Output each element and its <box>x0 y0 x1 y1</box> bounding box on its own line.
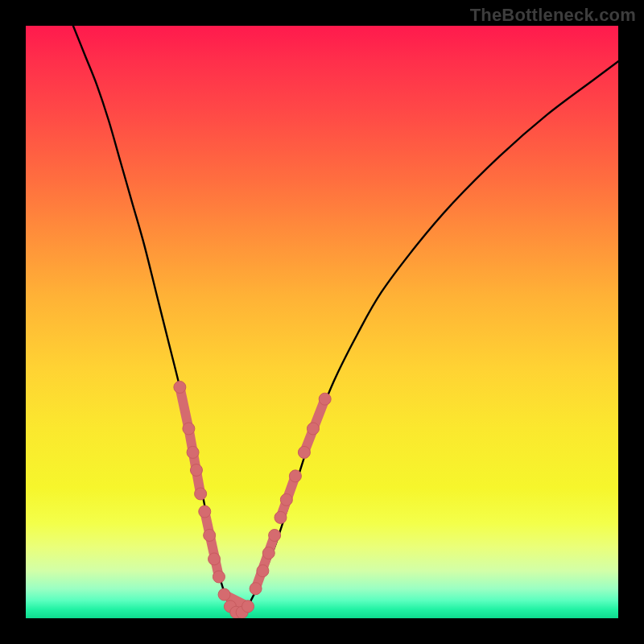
marker-right-cluster-a <box>250 583 262 595</box>
marker-connector <box>188 428 200 493</box>
marker-right-cluster-b <box>257 565 269 577</box>
marker-right-cluster-h <box>298 446 310 458</box>
bottleneck-curve <box>73 26 618 615</box>
marker-connector <box>256 535 275 588</box>
marker-left-cluster-g <box>208 553 221 565</box>
marker-group <box>174 381 331 618</box>
marker-left-cluster-top <box>174 381 186 393</box>
marker-right-cluster-c <box>262 547 275 559</box>
marker-left-cluster-e <box>199 506 211 518</box>
marker-left-cluster-d <box>195 488 207 500</box>
watermark-text: TheBottleneck.com <box>470 5 636 26</box>
marker-trough-d <box>242 601 254 613</box>
marker-left-cluster-c <box>190 464 202 477</box>
marker-right-cluster-d <box>269 529 281 541</box>
marker-connector <box>204 512 219 577</box>
marker-right-cluster-f <box>280 493 292 506</box>
marker-right-cluster-g <box>289 470 301 482</box>
chart-svg <box>26 26 618 618</box>
marker-left-cluster-h <box>213 571 225 583</box>
marker-left-cluster-f <box>204 529 216 541</box>
app-frame: TheBottleneck.com <box>0 0 644 644</box>
marker-left-cluster-a <box>183 423 195 435</box>
marker-right-cluster-i <box>307 423 319 435</box>
marker-left-cluster-i <box>218 588 230 601</box>
marker-right-cluster-top <box>319 393 331 405</box>
marker-left-cluster-b <box>187 446 199 458</box>
marker-right-cluster-e <box>275 511 287 523</box>
plot-area <box>26 26 618 618</box>
